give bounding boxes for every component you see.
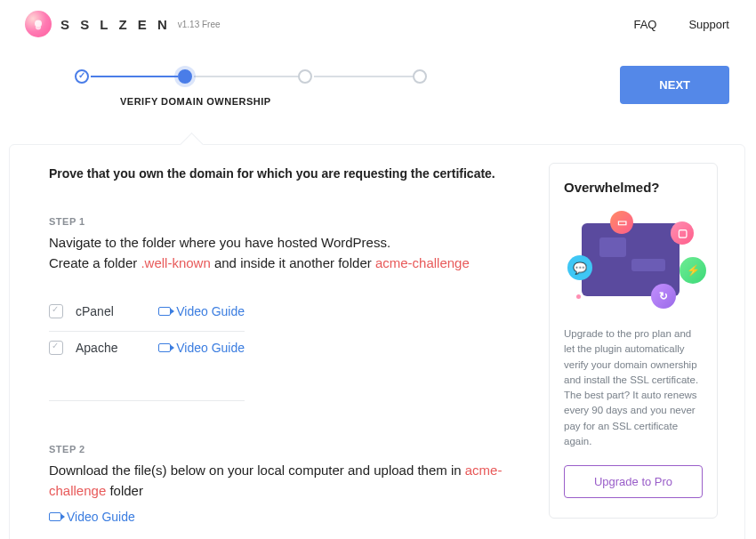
video-guide-text: Video Guide [176,341,245,355]
chat-icon [567,255,592,280]
checkbox-icon [49,304,63,318]
upgrade-description: Upgrade to the pro plan and let the plug… [564,326,703,449]
step1-line2b: and inside it another folder [211,255,375,270]
version-label: v1.13 Free [178,20,221,29]
step2-text: Download the file(s) below on your local… [49,460,513,502]
support-link[interactable]: Support [688,18,729,31]
upgrade-button[interactable]: Upgrade to Pro [564,465,703,498]
accordion-label-apache: Apache [76,341,158,355]
step1-line1: Navigate to the folder where you have ho… [49,235,390,250]
step1-tag: STEP 1 [49,216,513,227]
next-button[interactable]: NEXT [620,66,729,104]
window-icon [671,221,694,245]
step-dot-4 [413,69,427,84]
step1-hl1: .well-known [141,255,210,270]
intro-heading: Prove that you own the domain for which … [49,166,513,181]
accordion-label-cpanel: cPanel [76,304,158,318]
video-guide-link-cpanel[interactable]: Video Guide [158,304,245,318]
step-line [314,76,414,77]
upgrade-illustration [564,207,703,312]
accordion-apache[interactable]: Apache Video Guide [49,332,245,367]
faq-link[interactable]: FAQ [633,18,656,31]
upgrade-title: Overwhelmed? [564,180,703,195]
step-line [91,76,178,77]
folder-icon [610,211,633,234]
video-guide-link-step2[interactable]: Video Guide [49,510,513,524]
camera-icon [158,307,171,316]
step-dot-1-complete [75,69,89,84]
active-step-label: VERIFY DOMAIN OWNERSHIP [120,96,271,107]
bolt-icon [680,257,706,284]
brand-name: S S L Z E N [60,17,171,32]
logo-icon [25,11,52,37]
step-dot-3 [298,69,312,84]
video-guide-text: Video Guide [176,304,245,318]
upgrade-panel: Overwhelmed? Upgrade to the pro plan and… [549,163,718,519]
step1-hl2: acme-challenge [375,255,470,270]
video-guide-text: Video Guide [67,510,135,524]
accordion-cpanel[interactable]: cPanel Video Guide [49,295,245,332]
step-dot-2-active [178,69,192,84]
step2-text-a: Download the file(s) below on your local… [49,463,465,478]
camera-icon [158,343,171,352]
accordion-divider [49,371,245,401]
camera-icon [49,512,61,521]
step1-line2a: Create a folder [49,255,141,270]
progress-stepper: VERIFY DOMAIN OWNERSHIP [53,64,584,109]
video-guide-link-apache[interactable]: Video Guide [158,341,245,355]
refresh-icon [651,284,676,309]
step1-text: Navigate to the folder where you have ho… [49,232,513,274]
step2-text-b: folder [106,483,143,498]
step2-tag: STEP 2 [49,444,513,455]
checkbox-icon [49,341,63,355]
step-line [194,76,299,77]
